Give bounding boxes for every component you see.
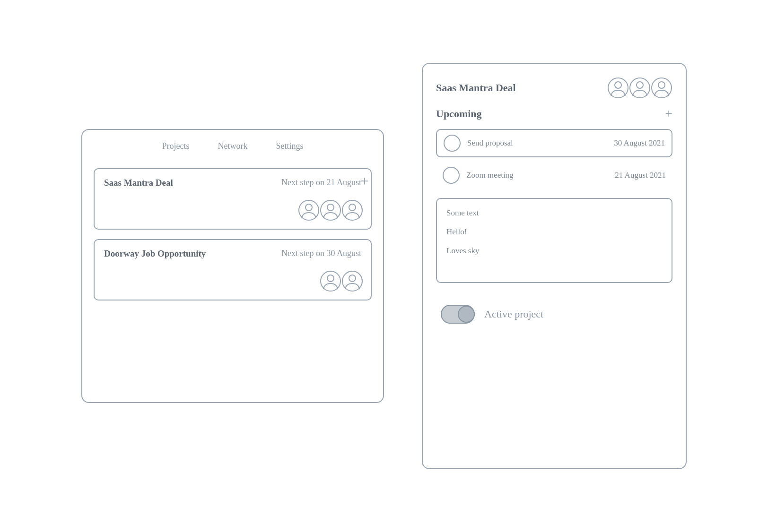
svg-point-3 (327, 204, 334, 211)
project-card-1-step: Next step on 21 August (281, 178, 361, 188)
active-project-toggle[interactable] (441, 305, 475, 324)
avatar-icon-3 (341, 199, 363, 221)
project-card-1-title: Saas Mantra Deal (104, 178, 173, 188)
right-panel-header: Saas Mantra Deal (436, 77, 672, 99)
note-line-2: Hello! (446, 227, 662, 237)
svg-point-9 (349, 275, 356, 282)
task-checkbox-2[interactable] (443, 167, 460, 184)
project-card-2[interactable]: Doorway Job Opportunity Next step on 30 … (94, 239, 372, 300)
right-panel-title: Saas Mantra Deal (436, 82, 516, 94)
right-avatar-1 (607, 77, 629, 99)
task-name-1: Send proposal (467, 138, 607, 148)
task-checkbox-1[interactable] (444, 135, 461, 152)
add-task-button[interactable]: + (665, 106, 672, 121)
svg-point-13 (637, 82, 643, 88)
task-date-2: 21 August 2021 (615, 171, 666, 180)
avatar-icon-2 (320, 199, 341, 221)
upcoming-label: Upcoming (436, 108, 482, 120)
svg-point-15 (658, 82, 665, 88)
task-item-1[interactable]: Send proposal 30 August 2021 (436, 129, 672, 157)
avatar-icon-4 (320, 270, 341, 292)
note-line-1: Some text (446, 208, 662, 218)
project-card-1[interactable]: Saas Mantra Deal Next step on 21 August (94, 168, 372, 230)
svg-point-7 (327, 275, 334, 282)
left-panel: Projects Network Settings + Saas Mantra … (81, 129, 384, 403)
right-panel-avatars (607, 77, 672, 99)
active-project-toggle-section: Active project (436, 300, 672, 328)
avatar-icon-5 (341, 270, 363, 292)
toggle-label: Active project (484, 308, 543, 320)
note-line-3: Loves sky (446, 246, 662, 256)
nav-network[interactable]: Network (218, 141, 248, 151)
notes-box[interactable]: Some text Hello! Loves sky (436, 198, 672, 283)
svg-point-5 (349, 204, 356, 211)
avatar-icon-1 (298, 199, 320, 221)
right-avatar-2 (629, 77, 651, 99)
nav-projects[interactable]: Projects (162, 141, 190, 151)
svg-point-11 (615, 82, 621, 88)
nav-settings[interactable]: Settings (276, 141, 303, 151)
project-card-2-step: Next step on 30 August (281, 249, 361, 258)
toggle-track (441, 305, 475, 324)
upcoming-section: Upcoming + Send proposal 30 August 2021 … (436, 106, 672, 328)
upcoming-header: Upcoming + (436, 106, 672, 121)
task-date-1: 30 August 2021 (614, 138, 665, 148)
project-card-2-avatars (320, 270, 363, 292)
svg-point-1 (305, 204, 312, 211)
toggle-thumb (458, 306, 475, 323)
left-nav: Projects Network Settings (82, 130, 383, 159)
right-avatar-3 (651, 77, 672, 99)
task-item-2[interactable]: Zoom meeting 21 August 2021 (436, 162, 672, 189)
project-card-1-avatars (298, 199, 363, 221)
task-name-2: Zoom meeting (466, 171, 608, 180)
right-panel: Saas Mantra Deal Upcoming + (422, 63, 687, 469)
project-card-2-title: Doorway Job Opportunity (104, 249, 206, 258)
